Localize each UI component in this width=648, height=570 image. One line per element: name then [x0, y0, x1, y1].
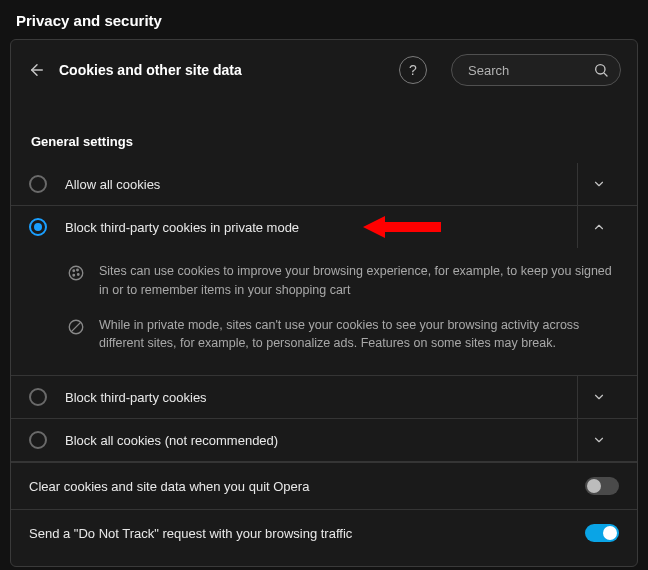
- svg-point-6: [77, 269, 79, 271]
- option-block-3p-private[interactable]: Block third-party cookies in private mod…: [11, 206, 637, 248]
- setting-label: Clear cookies and site data when you qui…: [29, 479, 585, 494]
- help-icon: ?: [409, 62, 417, 78]
- chevron-down-icon: [592, 177, 606, 191]
- svg-point-8: [73, 275, 75, 277]
- settings-panel: Cookies and other site data ? General se…: [10, 39, 638, 567]
- setting-label: Send a "Do Not Track" request with your …: [29, 526, 585, 541]
- radio-icon: [29, 431, 47, 449]
- arrow-left-icon: [28, 61, 46, 79]
- option-allow-all[interactable]: Allow all cookies: [11, 163, 637, 206]
- setting-do-not-track[interactable]: Send a "Do Not Track" request with your …: [11, 509, 637, 556]
- radio-icon: [29, 218, 47, 236]
- svg-point-7: [78, 274, 80, 276]
- option-label: Block third-party cookies in private mod…: [65, 220, 577, 235]
- radio-icon: [29, 388, 47, 406]
- panel-header: Cookies and other site data ?: [11, 40, 637, 98]
- info-text: While in private mode, sites can't use y…: [99, 316, 619, 354]
- option-label: Allow all cookies: [65, 177, 577, 192]
- option-block-all[interactable]: Block all cookies (not recommended): [11, 419, 637, 462]
- svg-line-10: [71, 322, 81, 332]
- cookie-icon: [67, 264, 85, 282]
- page-title: Privacy and security: [0, 0, 648, 39]
- block-icon: [67, 318, 85, 336]
- expand-button[interactable]: [577, 419, 619, 461]
- section-title: General settings: [11, 98, 637, 163]
- info-text: Sites can use cookies to improve your br…: [99, 262, 619, 300]
- collapse-button[interactable]: [577, 206, 619, 248]
- option-details: Sites can use cookies to improve your br…: [11, 248, 637, 376]
- info-line-cookie: Sites can use cookies to improve your br…: [67, 254, 619, 308]
- svg-point-5: [73, 270, 75, 272]
- expand-button[interactable]: [577, 163, 619, 205]
- toggle-switch[interactable]: [585, 524, 619, 542]
- expand-button[interactable]: [577, 376, 619, 418]
- svg-point-4: [69, 266, 83, 280]
- help-button[interactable]: ?: [399, 56, 427, 84]
- chevron-down-icon: [592, 390, 606, 404]
- search-wrap: [451, 54, 621, 86]
- option-label: Block third-party cookies: [65, 390, 577, 405]
- panel-title: Cookies and other site data: [59, 62, 387, 78]
- option-block-3p[interactable]: Block third-party cookies: [11, 376, 637, 419]
- info-line-block: While in private mode, sites can't use y…: [67, 308, 619, 362]
- setting-clear-on-quit[interactable]: Clear cookies and site data when you qui…: [11, 462, 637, 509]
- back-button[interactable]: [27, 60, 47, 80]
- radio-icon: [29, 175, 47, 193]
- search-input[interactable]: [451, 54, 621, 86]
- toggle-switch[interactable]: [585, 477, 619, 495]
- option-label: Block all cookies (not recommended): [65, 433, 577, 448]
- chevron-up-icon: [592, 220, 606, 234]
- chevron-down-icon: [592, 433, 606, 447]
